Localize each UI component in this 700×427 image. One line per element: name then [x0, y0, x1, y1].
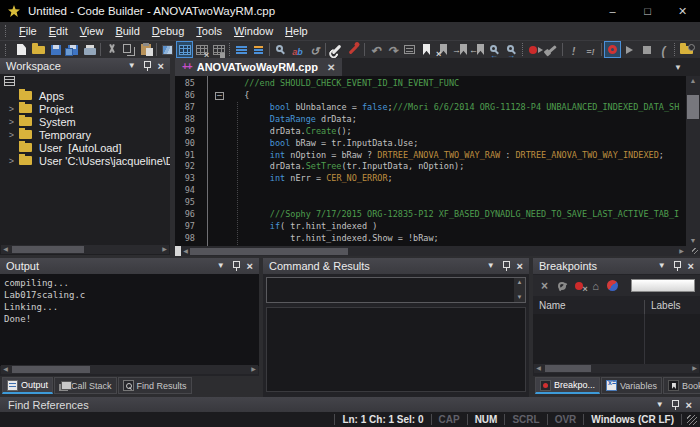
code-line-86[interactable]: 86– { — [175, 90, 686, 102]
scroll-right-icon[interactable]: ▶ — [249, 365, 258, 374]
refresh-icon[interactable] — [604, 278, 621, 294]
clear-bookmarks-icon[interactable]: × — [435, 41, 452, 58]
save-all-icon[interactable] — [64, 41, 81, 58]
menu-help[interactable]: Help — [279, 25, 314, 37]
clear-breakpoints-icon[interactable] — [543, 41, 560, 58]
stop-all-icon[interactable] — [582, 41, 599, 58]
editor-vscrollbar[interactable]: ▲ ▼ — [686, 76, 700, 246]
scroll-right-icon[interactable]: ▶ — [160, 245, 169, 254]
command-input-scrollbar[interactable]: ▲▼ — [514, 278, 525, 302]
code-line-95[interactable]: 95 — [175, 197, 686, 209]
print-icon[interactable] — [81, 41, 98, 58]
menu-view[interactable]: View — [74, 25, 110, 37]
close-button[interactable]: ✕ — [665, 0, 700, 22]
output-pin-icon[interactable] — [232, 261, 240, 271]
code-line-97[interactable]: 97 if( tr.hint_indexed ) — [175, 221, 686, 233]
new-file-icon[interactable] — [13, 41, 30, 58]
find-icon[interactable] — [272, 41, 289, 58]
prev-bookmark-icon[interactable]: ← — [469, 41, 486, 58]
code-area[interactable]: 85 ///end SHOULD_CHECK_EVENT_ID_IN_EVENT… — [175, 76, 686, 246]
command-close-icon[interactable]: × — [517, 261, 523, 271]
code-line-90[interactable]: 90 bool bRaw = tr.InputData.Use; — [175, 138, 686, 150]
menu-debug[interactable]: Debug — [146, 25, 190, 37]
add-worksheet-icon[interactable] — [210, 41, 227, 58]
tab-list-icon[interactable]: ▼ — [674, 63, 682, 72]
code-line-94[interactable]: 94 — [175, 185, 686, 197]
scroll-right-icon[interactable]: ▶ — [690, 364, 699, 373]
expand-icon[interactable]: > — [7, 104, 16, 114]
findref-menu-icon[interactable]: ▼ — [656, 401, 664, 409]
redo-icon[interactable] — [384, 41, 401, 58]
command-results-area[interactable] — [266, 307, 526, 392]
editor-tab[interactable]: ++ ANOVATwoWayRM.cpp ✕ — [175, 58, 342, 76]
tab-close-icon[interactable]: ✕ — [327, 62, 335, 73]
fold-collapse-icon[interactable]: – — [215, 92, 224, 100]
column-labels[interactable]: Labels — [644, 300, 680, 314]
breakpoints-pin-icon[interactable] — [673, 261, 681, 271]
toggle-breakpoint-icon[interactable] — [604, 41, 621, 58]
breakpoints-filter-input[interactable] — [631, 279, 695, 292]
menu-grip[interactable] — [5, 25, 8, 37]
output-hscrollbar[interactable]: ◀ ▶ — [1, 365, 258, 374]
open-file-icon[interactable] — [30, 41, 47, 58]
tab-output[interactable]: Output — [2, 377, 53, 394]
delete-all-breakpoints-icon[interactable] — [570, 278, 587, 294]
outdent-icon[interactable] — [250, 41, 267, 58]
column-name[interactable]: Name — [533, 300, 644, 314]
expand-icon[interactable]: > — [7, 130, 16, 140]
code-line-98[interactable]: 98 tr.hint_indexed.Show = !bRaw; — [175, 233, 686, 245]
next-bookmark-icon[interactable]: → — [452, 41, 469, 58]
menu-window[interactable]: Window — [228, 25, 279, 37]
expand-icon[interactable]: > — [7, 156, 16, 166]
build-icon[interactable] — [328, 41, 345, 58]
scroll-left-icon[interactable]: ◀ — [181, 247, 190, 256]
breakpoints-hscrollbar[interactable]: ◀ ▶ — [534, 364, 699, 373]
scroll-down-icon[interactable]: ▼ — [686, 236, 700, 246]
new-breakpoint-icon[interactable] — [526, 41, 543, 58]
findref-pin-icon[interactable] — [671, 400, 679, 410]
command-pin-icon[interactable] — [502, 261, 510, 271]
output-menu-icon[interactable]: ▼ — [217, 262, 225, 270]
output-close-icon[interactable]: × — [247, 261, 253, 271]
comment-block-icon[interactable] — [401, 41, 418, 58]
delete-worksheet-icon[interactable] — [193, 41, 210, 58]
editor-hscrollbar[interactable]: ◀ ▶ — [175, 246, 686, 256]
tab-find-results[interactable]: Find Results — [118, 377, 192, 394]
delete-breakpoint-icon[interactable]: × — [536, 278, 553, 294]
cut-icon[interactable] — [103, 41, 120, 58]
paste-icon[interactable] — [137, 41, 154, 58]
tree-item-system[interactable]: >System — [0, 115, 170, 128]
run-icon[interactable] — [621, 41, 638, 58]
tab-bookma[interactable]: Bookma... — [663, 377, 700, 394]
minimize-button[interactable]: – — [595, 0, 630, 22]
stop-execution-icon[interactable] — [565, 41, 582, 58]
code-line-89[interactable]: 89 drData.Create(); — [175, 126, 686, 138]
code-line-93[interactable]: 93 int nErr = CER_NO_ERROR; — [175, 173, 686, 185]
workspace-pin-icon[interactable] — [143, 61, 151, 71]
tab-call-stack[interactable]: Call Stack — [54, 377, 117, 394]
breakpoints-menu-icon[interactable]: ▼ — [658, 262, 666, 270]
disable-breakpoint-icon[interactable] — [553, 278, 570, 294]
command-input[interactable]: ▲▼ — [266, 277, 526, 303]
workspace-close-icon[interactable]: × — [158, 61, 164, 71]
code-line-92[interactable]: 92 drData.SetTree(tr.InputData, nOption)… — [175, 161, 686, 173]
tree-item-user[interactable]: User [AutoLoad] — [0, 141, 170, 154]
scroll-left-icon[interactable]: ◀ — [534, 364, 543, 373]
go-to-source-icon[interactable]: ⌂ — [587, 278, 604, 294]
code-line-87[interactable]: 87 bool bUnbalance = false;///Mori 6/6/2… — [175, 102, 686, 114]
tree-item-user-c-users-jacqueline-documen[interactable]: >User 'C:\Users\jacqueline\Documen — [0, 154, 170, 167]
command-menu-icon[interactable]: ▼ — [487, 262, 495, 270]
rebuild-all-icon[interactable] — [345, 41, 362, 58]
workspace-root-icon[interactable] — [4, 76, 15, 86]
findref-close-icon[interactable]: × — [686, 400, 692, 410]
code-line-88[interactable]: 88 DataRange drData; — [175, 114, 686, 126]
workbooks-icon[interactable] — [159, 41, 176, 58]
zoom-out-icon[interactable]: → — [503, 41, 520, 58]
tab-variables[interactable]: Variables — [601, 377, 662, 394]
tree-item-project[interactable]: >Project — [0, 102, 170, 115]
indent-icon[interactable] — [233, 41, 250, 58]
scroll-right-icon[interactable]: ▶ — [677, 247, 686, 256]
resize-grip-icon[interactable] — [687, 415, 697, 425]
tree-item-apps[interactable]: Apps — [0, 89, 170, 102]
workspace-hscrollbar[interactable]: ◀ ▶ — [1, 245, 169, 254]
